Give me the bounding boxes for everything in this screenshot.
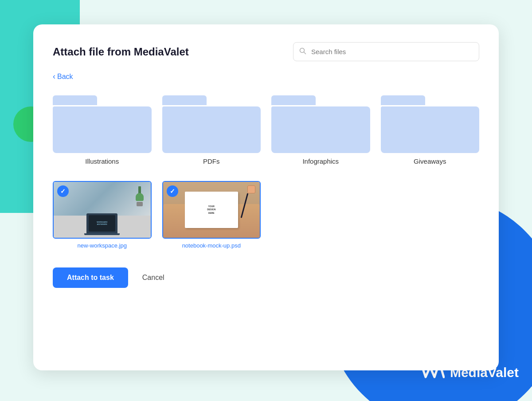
folder-shape <box>53 106 152 153</box>
folder-shape <box>271 106 370 153</box>
search-container <box>293 42 479 61</box>
modal-container: Attach file from MediaValet ‹ Back Illus… <box>33 24 499 370</box>
folder-label-illustrations: Illustrations <box>85 157 119 165</box>
folder-item-giveaways[interactable]: Giveaways <box>381 95 480 165</box>
back-label: Back <box>57 73 73 81</box>
file-item-workspace[interactable]: ✓ WORKHARDANYWHERE <box>53 181 152 250</box>
file-name-workspace: new-workspace.jpg <box>78 242 127 250</box>
modal-title: Attach file from MediaValet <box>53 46 189 58</box>
folder-shape <box>162 106 261 153</box>
folder-icon-giveaways <box>381 95 480 153</box>
folder-shape <box>381 106 480 153</box>
file-item-notebook[interactable]: ✓ YOURDESIGNHERE notebook-mock-up.psd <box>162 181 261 250</box>
folder-tab <box>271 95 316 105</box>
folder-label-infographics: Infographics <box>302 157 339 165</box>
check-badge-notebook: ✓ <box>167 185 178 197</box>
folder-item-pdfs[interactable]: PDFs <box>162 95 261 165</box>
file-thumbnail-notebook: ✓ YOURDESIGNHERE <box>162 181 261 239</box>
folder-label-pdfs: PDFs <box>203 157 220 165</box>
folder-label-giveaways: Giveaways <box>414 157 446 165</box>
search-icon <box>299 47 306 56</box>
action-row: Attach to task Cancel <box>53 267 479 288</box>
back-link[interactable]: ‹ Back <box>53 72 73 81</box>
svg-line-3 <box>304 52 306 54</box>
file-name-notebook: notebook-mock-up.psd <box>182 242 241 250</box>
search-input[interactable] <box>293 42 479 61</box>
cancel-button[interactable]: Cancel <box>139 267 168 288</box>
check-badge-workspace: ✓ <box>57 185 69 197</box>
chevron-left-icon: ‹ <box>53 72 55 81</box>
folder-item-infographics[interactable]: Infographics <box>271 95 370 165</box>
folder-icon-pdfs <box>162 95 261 153</box>
folder-item-illustrations[interactable]: Illustrations <box>53 95 152 165</box>
folder-grid: Illustrations PDFs Infographics Giveaway… <box>53 95 479 165</box>
file-grid: ✓ WORKHARDANYWHERE <box>53 181 479 250</box>
attach-to-task-button[interactable]: Attach to task <box>53 267 128 288</box>
folder-tab <box>381 95 425 105</box>
folder-tab <box>162 95 207 105</box>
folder-icon-illustrations <box>53 95 152 153</box>
modal-header: Attach file from MediaValet <box>53 42 479 61</box>
folder-tab <box>53 95 97 105</box>
file-thumbnail-workspace: ✓ WORKHARDANYWHERE <box>53 181 152 239</box>
folder-icon-infographics <box>271 95 370 153</box>
